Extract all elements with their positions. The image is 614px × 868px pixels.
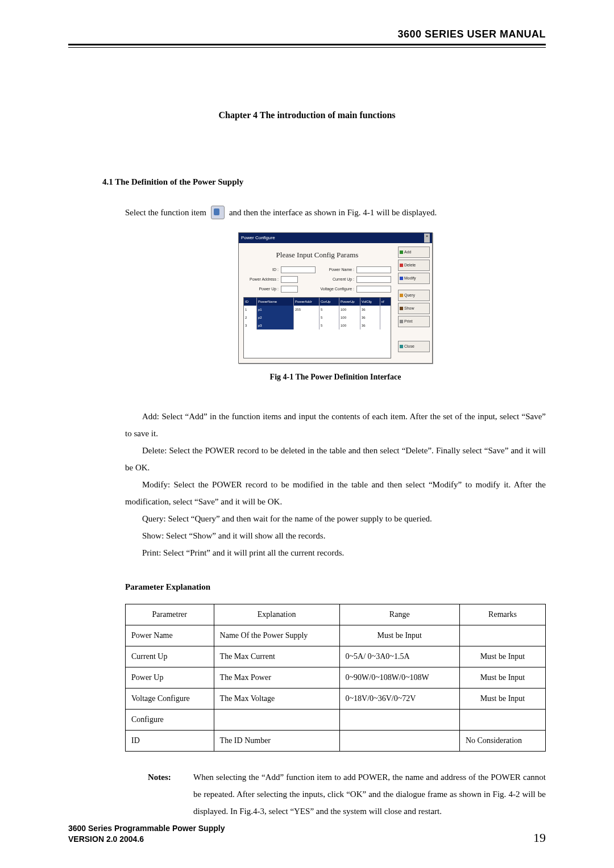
figure-4-1: Power Configure × Please Input Config Pa… [125, 232, 546, 364]
list-icon [400, 307, 403, 310]
current-up-label: Current Up : [319, 276, 356, 283]
parameter-table: Parametrer Explanation Range Remarks Pow… [125, 604, 546, 752]
power-config-icon [211, 206, 225, 219]
plus-icon [400, 251, 403, 254]
para-add: Add: Select “Add” in the function items … [125, 408, 546, 442]
th-explanation: Explanation [214, 604, 339, 625]
table-row: Power Name Name Of the Power Supply Must… [126, 625, 546, 646]
close-icon[interactable]: × [424, 233, 430, 243]
notes: Notes: When selecting the “Add” function… [125, 769, 546, 820]
col-pa: PowerAddr [294, 298, 320, 306]
col-pu: PowerUp [339, 298, 360, 306]
header-title: 3600 SERIES USER MANUAL [68, 28, 546, 40]
voltage-configure-field[interactable] [356, 286, 391, 293]
power-name-field[interactable] [356, 266, 391, 273]
footer-line2: VERSION 2.0 2004.6 [68, 834, 225, 845]
search-icon [400, 294, 403, 297]
show-button[interactable]: Show [398, 303, 430, 314]
modify-button[interactable]: Modify [398, 273, 430, 284]
query-button[interactable]: Query [398, 290, 430, 301]
figure-caption: Fig 4-1 The Power Definition Interface [125, 369, 546, 385]
notes-label: Notes: [125, 769, 193, 820]
add-button[interactable]: Add [398, 247, 430, 258]
id-label: ID : [243, 266, 281, 274]
select-after: and then the interface as shown in Fig. … [229, 204, 437, 221]
power-name-label: Power Name : [319, 266, 356, 274]
dialog-title-text: Power Configure [241, 233, 275, 243]
page-number: 19 [533, 831, 546, 845]
power-config-dialog: Power Configure × Please Input Config Pa… [238, 232, 433, 364]
table-row: Current Up The Max Current 0~5A/ 0~3A0~1… [126, 646, 546, 667]
power-up-label: Power Up : [243, 285, 281, 293]
table-row: Power Up The Max Power 0~90W/0~108W/0~10… [126, 667, 546, 688]
select-before: Select the function item [125, 204, 206, 221]
minus-icon [400, 264, 403, 267]
col-cu: CurUp [320, 298, 339, 306]
door-icon [400, 345, 403, 348]
footer-line1: 3600 Series Programmable Power Supply [68, 823, 225, 834]
pencil-icon [400, 277, 403, 280]
para-modify: Modify: Select the POWER record to be mo… [125, 476, 546, 510]
notes-body: When selecting the “Add” function item t… [193, 769, 546, 820]
delete-button[interactable]: Delete [398, 260, 430, 271]
id-field[interactable] [281, 266, 316, 273]
section-title: 4.1 The Definition of the Power Supply [102, 177, 546, 187]
power-up-field[interactable] [281, 286, 298, 293]
col-vc: VolCfg [360, 298, 380, 306]
para-query: Query: Select “Query” and then wait for … [125, 510, 546, 527]
dialog-table: ID PowerName PowerAddr CurUp PowerUp Vol… [243, 297, 391, 358]
dialog-button-panel: Add Delete Modify Query Show Print Close [396, 243, 432, 363]
table-row: ID The ID Number No Consideration [126, 731, 546, 752]
close-button[interactable]: Close [398, 341, 430, 352]
para-print: Print: Select “Print” and it will print … [125, 544, 546, 561]
col-cf: cf [380, 298, 391, 306]
printer-icon [400, 320, 403, 323]
table-row: Voltage Configure The Max Voltage 0~18V/… [126, 688, 546, 710]
para-delete: Delete: Select the POWER record to be de… [125, 442, 546, 476]
power-address-label: Power Address : [243, 276, 281, 283]
select-function-line: Select the function item and then the in… [125, 204, 546, 221]
table-row[interactable]: 3 p3 5 100 36 [244, 322, 391, 329]
col-id: ID [244, 298, 257, 306]
header-rule [68, 44, 546, 48]
print-button[interactable]: Print [398, 316, 430, 327]
th-range: Range [339, 604, 459, 625]
power-address-field[interactable] [281, 276, 298, 283]
current-up-field[interactable] [356, 276, 391, 283]
voltage-configure-label: Voltage Configure : [319, 285, 356, 293]
col-name: PowerName [257, 298, 294, 306]
page-footer: 3600 Series Programmable Power Supply VE… [68, 823, 546, 845]
table-row[interactable]: 1 p1 255 5 100 36 [244, 306, 391, 314]
table-row: Configure [126, 710, 546, 731]
parameter-explanation-heading: Parameter Explanation [125, 578, 546, 595]
dialog-heading: Please Input Config Params [243, 245, 391, 266]
th-remarks: Remarks [459, 604, 545, 625]
th-parameter: Parametrer [126, 604, 214, 625]
para-show: Show: Select “Show” and it will show all… [125, 527, 546, 544]
dialog-titlebar: Power Configure × [239, 233, 432, 243]
table-row[interactable]: 2 p2 5 100 36 [244, 314, 391, 322]
chapter-title: Chapter 4 The introduction of main funct… [68, 110, 546, 120]
